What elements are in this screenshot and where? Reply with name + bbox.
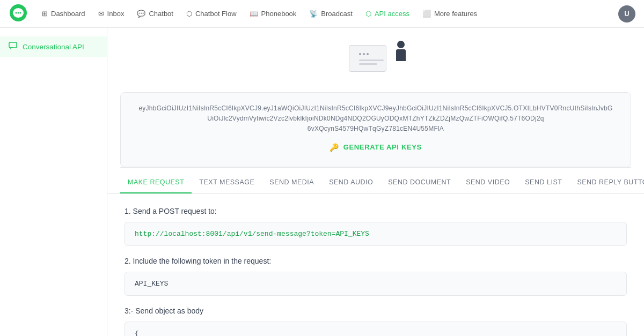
tab-send-document[interactable]: SEND DOCUMENT: [380, 172, 458, 193]
step3-code-block: { messageObject : {...object}: [125, 322, 627, 336]
tab-text-message[interactable]: TEXT MESSAGE: [192, 172, 262, 193]
app-layout: Conversational API: [0, 28, 644, 336]
dot-1: [359, 53, 361, 55]
figure-body: [396, 49, 406, 61]
step2-label: 2. Include the following token in the re…: [125, 257, 627, 265]
chat-icon: [9, 42, 17, 52]
inbox-icon: ✉: [98, 10, 104, 18]
dot-2: [363, 53, 365, 55]
brace-open: {: [135, 330, 139, 336]
api-key-box: eyJhbGciOiJIUzI1NiIsInR5cCI6IkpXVCJ9.eyJ…: [120, 92, 631, 167]
hero-illustration: [343, 41, 408, 84]
api-key-text: eyJhbGciOiJIUzI1NiIsInR5cCI6IkpXVCJ9.eyJ…: [138, 103, 613, 135]
nav-item-chatbot[interactable]: 💬 Chatbot: [131, 6, 179, 21]
generate-api-keys-button[interactable]: 🔑 GENERATE API KEYS: [330, 143, 422, 152]
top-navigation: ⊞ Dashboard ✉ Inbox 💬 Chatbot ⬡ Chatbot …: [0, 0, 644, 28]
sidebar-item-conversational-api[interactable]: Conversational API: [0, 36, 107, 57]
code-line-brace-open: {: [135, 330, 617, 336]
phonebook-icon: 📖: [250, 10, 258, 18]
svg-rect-5: [9, 42, 17, 48]
svg-point-4: [20, 12, 21, 14]
step1-label: 1. Send a POST request to:: [125, 207, 627, 215]
user-avatar[interactable]: U: [618, 5, 635, 23]
screen-dots: [359, 53, 369, 55]
tab-send-media[interactable]: SEND MEDIA: [262, 172, 321, 193]
tab-send-video[interactable]: SEND VIDEO: [458, 172, 517, 193]
nav-item-more-features[interactable]: ⬜ More features: [417, 6, 482, 21]
screen-box: [349, 45, 386, 72]
nav-item-inbox[interactable]: ✉ Inbox: [93, 6, 130, 21]
tab-make-request[interactable]: MAKE REQUEST: [120, 172, 192, 193]
tab-send-audio[interactable]: SEND AUDIO: [321, 172, 380, 193]
sidebar: Conversational API: [0, 28, 107, 336]
dot-3: [367, 53, 369, 55]
flow-icon: ⬡: [186, 10, 192, 18]
step2-token-block: API_KEYS: [125, 272, 627, 296]
nav-item-dashboard[interactable]: ⊞ Dashboard: [36, 6, 91, 21]
figure-head: [397, 41, 405, 48]
grid-icon: ⊞: [42, 10, 48, 18]
nav-item-api-access[interactable]: ⬡ API access: [360, 6, 415, 21]
more-icon: ⬜: [422, 10, 431, 18]
section-divider: [120, 167, 631, 168]
figure: [396, 41, 406, 61]
tabs-bar: MAKE REQUEST TEXT MESSAGE SEND MEDIA SEN…: [107, 172, 644, 194]
bot-icon: 💬: [137, 10, 145, 18]
api-hero-section: [107, 28, 644, 92]
key-icon: 🔑: [330, 143, 339, 152]
svg-point-3: [18, 12, 19, 14]
api-icon: ⬡: [365, 10, 371, 18]
tab-send-list[interactable]: SEND LIST: [517, 172, 569, 193]
svg-point-2: [16, 12, 17, 14]
screen-line-2: [359, 63, 377, 65]
nav-item-chatbot-flow[interactable]: ⬡ Chatbot Flow: [181, 6, 242, 21]
app-logo[interactable]: [9, 3, 28, 24]
step1-url-text: http://localhost:8001/api/v1/send-messag…: [135, 230, 369, 238]
make-request-content: 1. Send a POST request to: http://localh…: [107, 194, 644, 336]
tab-send-reply-button[interactable]: SEND REPLY BUTTON: [569, 172, 644, 193]
step3-label: 3:- Send object as body: [125, 307, 627, 315]
step1-url-block: http://localhost:8001/api/v1/send-messag…: [125, 222, 627, 246]
main-content: eyJhbGciOiJIUzI1NiIsInR5cCI6IkpXVCJ9.eyJ…: [107, 28, 644, 336]
sidebar-item-label: Conversational API: [23, 43, 84, 51]
nav-item-broadcast[interactable]: 📡 Broadcast: [304, 6, 358, 21]
broadcast-icon: 📡: [309, 10, 318, 18]
screen-line-1: [359, 59, 384, 61]
nav-item-phonebook[interactable]: 📖 Phonebook: [244, 6, 302, 21]
step2-token-text: API_KEYS: [135, 280, 168, 288]
